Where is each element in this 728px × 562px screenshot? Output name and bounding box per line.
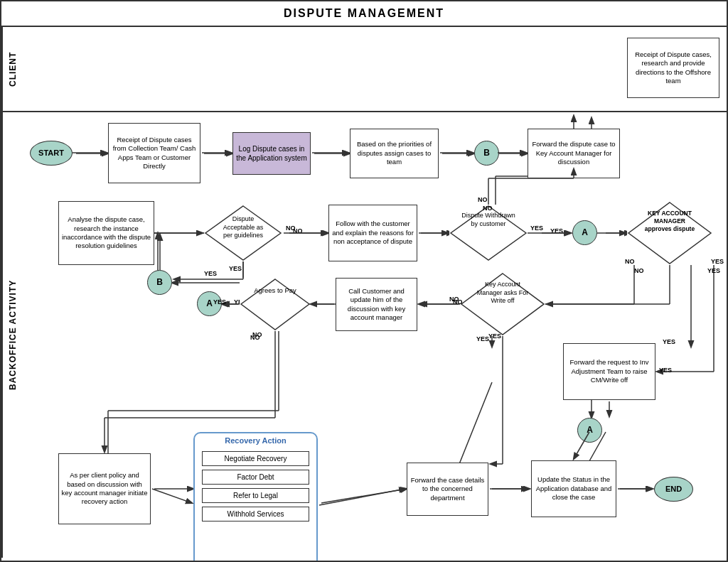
circle-b1: B	[474, 141, 499, 166]
backoffice-diagram: START Receipt of Dispute cases from Coll…	[23, 112, 727, 558]
client-diagram: Receipt of Dispute cases, research and p…	[23, 27, 727, 111]
update-status-box: Update the Status in the Application dat…	[531, 460, 616, 517]
analyse-dispute-box: Analyse the dispute case, research the i…	[58, 201, 154, 265]
start-node: START	[30, 141, 73, 166]
yes-fwd-inv: YES	[659, 367, 672, 374]
forward-case-box: Forward the case details to the concerne…	[407, 463, 488, 516]
client-receipt-box: Receipt of Dispute cases, research and p…	[627, 38, 719, 98]
yes-da: YES	[204, 270, 217, 277]
lane-client: CLIENT Receipt of Dispute cases, researc…	[1, 27, 727, 112]
no-label-3: NO	[625, 258, 635, 265]
as-per-policy-box: As per client policy and based on discus…	[58, 453, 151, 524]
negotiate-item: Negotiate Recovery	[202, 451, 309, 466]
circle-a3: A	[577, 418, 602, 443]
page: DISPUTE MANAGEMENT CLIENT Receipt of Dis…	[0, 0, 728, 562]
yes-label-3: YES	[711, 258, 724, 265]
yes-ka-approve: YES	[707, 267, 720, 274]
no-label-2: NO	[483, 205, 493, 212]
key-account-asks-diamond: Key Account Manager asks For Write off	[460, 272, 545, 336]
svg-line-67	[152, 489, 192, 503]
factor-debt-item: Factor Debt	[202, 470, 309, 485]
end-node: END	[654, 477, 693, 502]
no-ka-approve: NO	[634, 267, 644, 274]
no-dw: NO	[478, 196, 488, 203]
receipt-box: Receipt of Dispute cases from Collection…	[108, 123, 200, 183]
follow-customer-box: Follow with the customer and explain the…	[328, 205, 417, 261]
agrees-to-pay-diamond: Agrees to Pay	[240, 278, 311, 331]
recovery-title: Recovery Action	[195, 433, 316, 448]
lane-backoffice: BACKOFFICE ACTIVITY	[1, 112, 727, 558]
yes-ka-asks: YES	[476, 335, 489, 342]
no-ka-asks: NO	[449, 296, 459, 303]
key-account-approves-diamond: KEY ACCOUNT MANAGER approves dispute	[627, 201, 712, 265]
no-da: NO	[286, 225, 296, 232]
svg-line-28	[321, 489, 407, 503]
refer-legal-item: Refer to Legal	[202, 488, 309, 503]
based-priorities-box: Based on the priorities of disputes assi…	[350, 129, 439, 178]
circle-a1: A	[572, 220, 597, 245]
yes-label-2: YES	[550, 227, 563, 234]
dispute-withdrawn-diamond: Dispute Withdrawn by customer	[449, 205, 528, 261]
forward-inv-box: Forward the request to Inv Adjustment Te…	[563, 343, 655, 400]
svg-line-68	[319, 489, 405, 505]
yes-dw: YES	[530, 225, 543, 232]
content-area: CLIENT Receipt of Dispute cases, researc…	[1, 27, 727, 558]
yes-agree: YES	[213, 298, 226, 306]
call-customer-box: Call Customer and update him of the disc…	[336, 278, 417, 331]
log-dispute-box: Log Dispute cases in the Application sys…	[232, 132, 311, 175]
yes-label-1: YES	[229, 265, 242, 272]
client-label: CLIENT	[1, 27, 23, 111]
yes-label-5: YES	[488, 333, 501, 340]
swim-lanes: CLIENT Receipt of Dispute cases, researc…	[1, 27, 727, 558]
circle-b2: B	[147, 270, 172, 295]
forward-key-box: Forward the dispute case to Key Account …	[528, 129, 620, 178]
page-title: DISPUTE MANAGEMENT	[1, 1, 727, 27]
backoffice-label: BACKOFFICE ACTIVITY	[1, 112, 23, 558]
yes-label-6: YES	[663, 338, 675, 345]
dispute-acceptable-diamond: Dispute Acceptable as per guidelines	[204, 205, 282, 261]
recovery-group: Recovery Action Negotiate Recovery Facto…	[193, 432, 318, 562]
withhold-services-item: Withhold Services	[202, 507, 309, 522]
no-agree: NO	[250, 334, 260, 341]
